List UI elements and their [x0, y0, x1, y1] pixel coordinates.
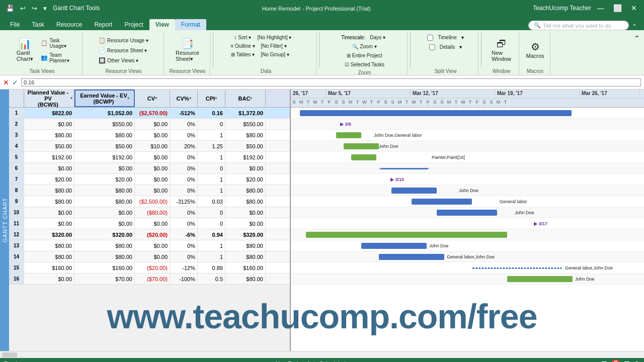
status-zoom-icon[interactable]: ⊕	[634, 359, 640, 362]
gantt-bar[interactable]	[437, 210, 497, 216]
tab-report[interactable]: Report	[88, 19, 118, 30]
resource-usage-button[interactable]: 📋 Resource Usage ▾	[96, 36, 151, 45]
formula-confirm-button[interactable]: ✓	[12, 78, 18, 86]
maximize-button[interactable]: ⬜	[610, 3, 625, 13]
team-planner-button[interactable]: 👥 TeamPlanner▾	[38, 51, 71, 65]
col-ev-sort-icon[interactable]: ▾	[127, 96, 129, 101]
scroll-thumb[interactable]	[2, 352, 17, 357]
col-header-pv[interactable]: Planned Value - PV(BCWS) ▾	[24, 89, 74, 107]
gantt-bar[interactable]	[412, 199, 472, 205]
data-row3: ⊞ Tables ▾ [No Group] ▾	[228, 50, 303, 59]
col-cpi-sort-icon[interactable]: ▾	[215, 96, 217, 101]
gantt-bar[interactable]	[306, 232, 507, 238]
col-header-ev[interactable]: Earned Value - EV(BCWP) ▾	[74, 89, 135, 107]
col-header-bac[interactable]: BAC ▾	[225, 89, 266, 107]
minimize-button[interactable]: —	[594, 3, 607, 13]
cell-cv: $0.00	[135, 119, 170, 129]
gantt-bar[interactable]	[336, 132, 361, 138]
entire-project-button[interactable]: ⊞ Entire Project	[344, 51, 385, 60]
col-pv-sort-icon[interactable]: ▾	[70, 96, 72, 101]
table-row[interactable]: 10 $0.00 $0.00 ($80.00) 0% 0 $0.00	[9, 207, 290, 218]
details-dropdown[interactable]: ▾	[459, 44, 462, 50]
gantt-bar[interactable]	[351, 154, 376, 160]
selected-tasks-button[interactable]: ☑ Selected Tasks	[342, 60, 387, 69]
cell-ev: $20.00	[74, 174, 135, 185]
tab-format[interactable]: Format	[175, 19, 206, 30]
status-view-icon[interactable]: ⊞	[601, 359, 607, 362]
resource-sheet-main-button[interactable]: 📑 ResourceSheet▾	[170, 37, 205, 64]
col-cv-sort-icon[interactable]: ▾	[155, 96, 157, 101]
tab-project[interactable]: Project	[118, 19, 149, 30]
table-row[interactable]: 15 $160.00 $160.00 ($20.00) -12% 0.89 $1…	[9, 262, 290, 274]
cell-cvp: 0%	[170, 251, 198, 262]
details-checkbox[interactable]	[429, 44, 435, 50]
new-window-button[interactable]: 🗗 NewWindow	[489, 37, 514, 64]
close-button[interactable]: ✕	[628, 3, 640, 13]
status-grid-icon[interactable]: ⊟	[624, 359, 630, 362]
table-row[interactable]: 14 $80.00 $80.00 $0.00 0% 1 $80.00	[9, 251, 290, 262]
tab-view[interactable]: View	[149, 19, 175, 30]
gantt-bar[interactable]	[300, 110, 572, 116]
save-button[interactable]: 💾	[4, 4, 16, 13]
gantt-bar[interactable]	[391, 188, 437, 194]
gantt-bar[interactable]	[344, 143, 379, 149]
resource-sheet-button[interactable]: 📄 Resource Sheet ▾	[96, 46, 151, 55]
status-timeline-icon[interactable]: 📅	[611, 359, 620, 362]
gantt-bar[interactable]	[379, 168, 429, 169]
tables-button[interactable]: ⊞ Tables ▾	[228, 50, 257, 59]
sort-button[interactable]: ↕ Sort ▾	[232, 33, 254, 42]
ribbon-minimize-button[interactable]: ⌃	[629, 23, 640, 30]
ribbon-collapse-button[interactable]: ⌃	[632, 32, 642, 44]
zoom-label: Zoom	[358, 69, 371, 75]
gantt-bar[interactable]	[472, 267, 562, 269]
table-row[interactable]: 6 $0.00 $0.00 $0.00 0% 0 $0.00	[9, 163, 290, 174]
col-bac-sort-icon[interactable]: ▾	[250, 96, 252, 101]
table-row[interactable]: 11 $0.00 $0.00 $0.00 0% 0 $0.00	[9, 218, 290, 229]
customize-button[interactable]: ▾	[41, 4, 49, 13]
col-header-cvp[interactable]: CV% ▾	[170, 89, 198, 107]
table-row[interactable]: 4 $50.00 $50.00 $10.00 20% 1.25 $50.00	[9, 141, 290, 152]
table-row[interactable]: 13 $80.00 $80.00 $0.00 0% 1 $80.00	[9, 240, 290, 251]
gantt-chart-button[interactable]: 📊 GanttChart▾	[12, 37, 37, 64]
table-row[interactable]: 12 $320.00 $320.00 ($20.00) -6% 0.94 $32…	[9, 229, 290, 240]
table-row[interactable]: 2 $0.00 $550.00 $0.00 0% 0 $550.00	[9, 119, 290, 130]
no-group-button[interactable]: [No Group] ▾	[258, 50, 303, 59]
table-row[interactable]: 5 $192.00 $192.00 $0.00 0% 1 $192.00	[9, 152, 290, 163]
col-header-cpi[interactable]: CPI ▾	[198, 89, 225, 107]
gantt-bar[interactable]	[507, 276, 573, 282]
tab-resource[interactable]: Resource	[50, 19, 88, 30]
macros-button[interactable]: ⚙ Macros	[523, 40, 546, 61]
redo-button[interactable]: ↪	[30, 4, 39, 13]
task-usage-button[interactable]: 📋 TaskUsage▾	[38, 36, 71, 50]
gantt-bar[interactable]	[379, 254, 444, 260]
other-views-button[interactable]: 🔲 Other Views ▾	[96, 56, 151, 65]
details-button[interactable]: Details	[437, 43, 458, 51]
table-row[interactable]: 3 $80.00 $80.00 $0.00 0% 1 $80.00	[9, 130, 290, 141]
task-views-small: 📋 TaskUsage▾ 👥 TeamPlanner▾	[38, 36, 71, 65]
zoom-button[interactable]: 🔍 Zoom ▾	[350, 42, 379, 51]
cell-pv: $0.00	[24, 119, 74, 129]
formula-input[interactable]	[21, 78, 641, 86]
undo-button[interactable]: ↩	[18, 4, 28, 13]
formula-cancel-button[interactable]: ✕	[3, 78, 9, 86]
table-row[interactable]: 8 $80.00 $80.00 $0.00 0% 1 $80.00	[9, 185, 290, 196]
timeline-button[interactable]: Timeline	[435, 33, 459, 42]
table-row[interactable]: 16 $0.00 $70.00 ($70.00) -100% 0.5 $80.0…	[9, 274, 290, 285]
cell-rownum: 1	[9, 108, 24, 118]
no-filter-button[interactable]: [No Filter] ▾	[259, 42, 304, 50]
timeline-dropdown[interactable]: ▾	[461, 35, 464, 40]
tell-me-input[interactable]: 🔍 Tell me what you want to do	[528, 21, 629, 30]
table-row[interactable]: 1 $822.00 $1,052.00 ($2,570.00) -512% 0.…	[9, 108, 290, 119]
col-cvp-sort-icon[interactable]: ▾	[189, 96, 191, 101]
h-scrollbar[interactable]	[0, 351, 644, 358]
table-row[interactable]: 7 $20.00 $20.00 $0.00 0% 1 $20.00	[9, 174, 290, 185]
tab-task[interactable]: Task	[26, 19, 50, 30]
timescale-dropdown[interactable]: Days ▾	[367, 33, 388, 42]
tab-file[interactable]: File	[4, 19, 26, 30]
no-highlight-button[interactable]: [No Highlight] ▾	[255, 33, 300, 42]
timeline-checkbox[interactable]	[427, 35, 433, 41]
outline-button[interactable]: ≡ Outline ▾	[228, 42, 257, 50]
table-row[interactable]: 9 $80.00 $80.00 ($2,500.00) -3125% 0.03 …	[9, 196, 290, 207]
col-header-cv[interactable]: CV ▾	[135, 89, 170, 107]
gantt-bar[interactable]	[361, 243, 427, 249]
